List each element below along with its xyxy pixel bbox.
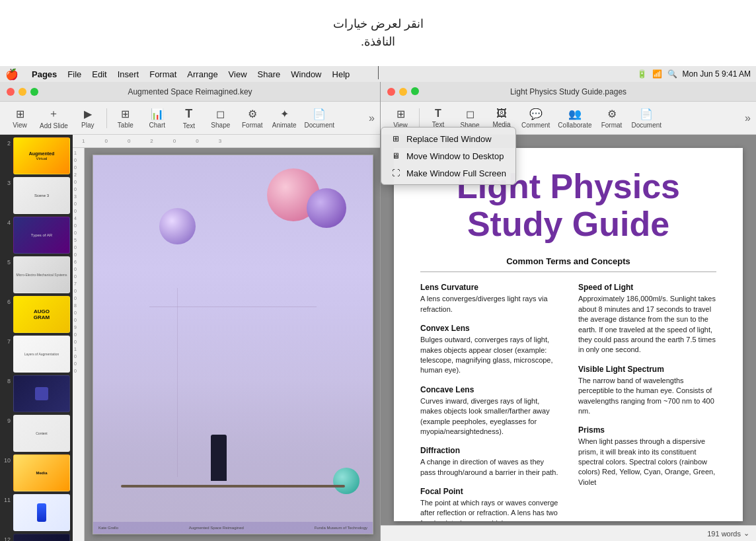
slide-thumb-6[interactable]: AUGOGRAM: [13, 296, 70, 333]
keynote-view-button[interactable]: ⊞ View: [5, 105, 34, 131]
term-speed-of-light: Speed of Light: [578, 283, 716, 292]
slide-number-11: 11: [3, 497, 11, 503]
menu-window[interactable]: Window: [285, 69, 326, 79]
menubar-search[interactable]: 🔍: [667, 69, 677, 79]
slide-thumb-10[interactable]: Media: [13, 454, 70, 491]
slide-item-4[interactable]: 4 Types of AR: [3, 217, 70, 254]
menu-help[interactable]: Help: [327, 69, 356, 79]
format-icon-pages: ⚙: [607, 108, 617, 120]
pages-minimize-button[interactable]: [399, 88, 407, 96]
term-focal-point: Focal Point: [420, 487, 558, 496]
doc-divider: [420, 271, 716, 272]
pages-toolbar-overflow[interactable]: »: [745, 112, 751, 124]
pages-titlebar: Light Physics Study Guide.pages ⊞ Replac…: [381, 82, 756, 102]
pages-window-title: Light Physics Study Guide.pages: [510, 87, 626, 96]
slide-number-12: 12: [3, 536, 11, 541]
slide-item-2[interactable]: 2 Augmented Virtual: [3, 137, 70, 174]
def-prisms: When light passes through a dispersive p…: [578, 437, 716, 487]
keynote-text-button[interactable]: T Text: [174, 105, 204, 131]
slide-thumb-2[interactable]: Augmented Virtual: [13, 137, 70, 174]
pages-maximize-button[interactable]: [411, 87, 419, 95]
menu-file[interactable]: File: [62, 69, 87, 79]
slide-item-11[interactable]: 11: [3, 494, 70, 531]
shape-label: Shape: [211, 122, 230, 129]
keynote-table-button[interactable]: ⊞ Table: [111, 105, 140, 131]
keynote-format-button[interactable]: ⚙ Format: [238, 105, 267, 131]
keynote-maximize-button[interactable]: [30, 88, 38, 96]
collaborate-icon-pages: 👥: [568, 108, 582, 120]
menu-pages[interactable]: Pages: [26, 69, 62, 79]
menu-share[interactable]: Share: [252, 69, 286, 79]
addslide-label: Add Slide: [40, 122, 68, 129]
ball-lavender: [159, 208, 196, 244]
slide-thumb-9[interactable]: Content: [13, 415, 70, 452]
slide-thumb-7[interactable]: Layers of Augmentation: [13, 336, 70, 373]
slides-panel[interactable]: 2 Augmented Virtual 3: [0, 135, 73, 541]
slide-content-3: Scene 3: [14, 178, 69, 213]
term-visible-spectrum: Visible Light Spectrum: [578, 365, 716, 374]
pages-maximize-button-container[interactable]: [411, 86, 419, 98]
canvas-ruler-vertical: 1 0 0 2 0 0 3 0 0 4 0 0 5 0 0 6 0: [73, 148, 85, 541]
term-concave-lens: Concave Lens: [420, 385, 558, 394]
menu-item-replace-tiled[interactable]: ⊞ Replace Tiled Window: [381, 130, 515, 147]
canvas-area[interactable]: 1 0 0 2 0 0 3 1 0 0 2 0 0 3 0 0: [73, 135, 380, 541]
keynote-shape-button[interactable]: ◻ Shape: [206, 105, 235, 131]
keynote-document-button[interactable]: 📄 Document: [302, 105, 338, 131]
canvas-ruler-horizontal: 1 0 0 2 0 0 3: [73, 135, 380, 148]
menu-item-fullscreen[interactable]: ⛶ Make Window Full Screen: [381, 164, 515, 182]
slide-thumb-5[interactable]: Micro-Electro-Mechanical Systems: [13, 256, 70, 293]
slide-thumb-12[interactable]: End: [13, 534, 70, 541]
media-icon-pages: 🖼: [496, 108, 507, 120]
footer-center: Augmented Space Reimagined: [189, 526, 244, 530]
pages-format-button[interactable]: ⚙ Format: [597, 105, 626, 131]
comment-icon-pages: 💬: [529, 108, 543, 120]
slide-item-3[interactable]: 3 Scene 3: [3, 177, 70, 214]
keynote-minimize-button[interactable]: [19, 88, 26, 96]
annotation-pointer-line: [378, 66, 379, 79]
pages-close-button[interactable]: [387, 88, 395, 96]
canvas-slide[interactable]: Kate Grello Augmented Space Reimagined F…: [93, 155, 373, 534]
pages-collaborate-button[interactable]: 👥 Collaborate: [555, 105, 594, 131]
menu-format[interactable]: Format: [144, 69, 182, 79]
slide-item-6[interactable]: 6 AUGOGRAM: [3, 296, 70, 333]
menubar-right: 🔋 📶 🔍 Mon Jun 5 9:41 AM: [637, 69, 751, 79]
view-icon-pages: ⊞: [397, 108, 405, 120]
word-count-chevron[interactable]: ⌄: [743, 529, 749, 538]
menu-edit[interactable]: Edit: [87, 69, 112, 79]
pages-comment-button[interactable]: 💬 Comment: [519, 105, 552, 131]
menu-view[interactable]: View: [223, 69, 252, 79]
slide-content-10: Media: [14, 455, 69, 491]
slide-thumb-8[interactable]: [13, 375, 70, 412]
slide-item-8[interactable]: 8: [3, 375, 70, 412]
keynote-close-button[interactable]: [7, 88, 15, 96]
pages-body[interactable]: Light Physics Study Guide Common Terms a…: [381, 135, 756, 541]
slide-item-9[interactable]: 9 Content: [3, 415, 70, 452]
view-label: View: [13, 122, 27, 129]
term-diffraction: Diffraction: [420, 446, 558, 455]
def-focal-point: The point at which rays or waves converg…: [420, 498, 558, 521]
slide-item-10[interactable]: 10 Media: [3, 454, 70, 491]
slide-thumb-4[interactable]: Types of AR: [13, 217, 70, 254]
keynote-window-title: Augmented Space Reimagined.key: [128, 87, 252, 96]
menu-insert[interactable]: Insert: [112, 69, 145, 79]
apple-menu[interactable]: 🍎: [5, 68, 19, 81]
keynote-toolbar: ⊞ View ＋ Add Slide ▶ Play ⊞ Table 📊 Char…: [0, 102, 380, 135]
keynote-chart-button[interactable]: 📊 Chart: [143, 105, 172, 131]
keynote-addslide-button[interactable]: ＋ Add Slide: [37, 105, 71, 131]
slide-thumb-11[interactable]: [13, 494, 70, 531]
slide-item-12[interactable]: 12 End: [3, 534, 70, 541]
keynote-animate-button[interactable]: ✦ Animate: [270, 105, 299, 131]
menu-item-move-to-desktop[interactable]: 🖥 Move Window to Desktop: [381, 147, 515, 164]
def-diffraction: A change in direction of waves as they p…: [420, 457, 558, 478]
pages-document-button[interactable]: 📄 Document: [629, 105, 665, 131]
context-menu[interactable]: ⊞ Replace Tiled Window 🖥 Move Window to …: [381, 127, 516, 185]
toolbar-overflow-chevron[interactable]: »: [369, 112, 375, 124]
keynote-play-button[interactable]: ▶ Play: [73, 105, 102, 131]
menu-arrange[interactable]: Arrange: [182, 69, 223, 79]
term-lens-curvature: Lens Curvature: [420, 283, 558, 292]
slide-item-7[interactable]: 7 Layers of Augmentation: [3, 336, 70, 373]
annotation-line1: انقر لعرض خيارات: [333, 15, 424, 33]
slide-item-5[interactable]: 5 Micro-Electro-Mechanical Systems: [3, 256, 70, 293]
menu-item-replace-tiled-label: Replace Tiled Window: [406, 134, 492, 144]
slide-thumb-3[interactable]: Scene 3: [13, 177, 70, 214]
